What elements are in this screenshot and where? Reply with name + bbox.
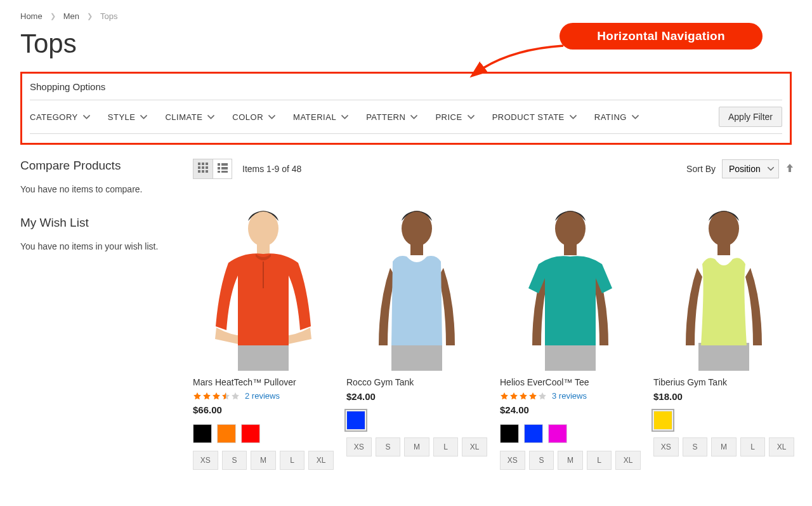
- size-button[interactable]: M: [558, 451, 583, 470]
- shopping-options-panel: Shopping Options CATEGORYSTYLECLIMATECOL…: [20, 72, 792, 145]
- sort-by-select[interactable]: Position: [722, 159, 779, 178]
- filter-material[interactable]: MATERIAL: [293, 112, 348, 122]
- sort-direction-button[interactable]: [785, 163, 794, 175]
- grid-view-button[interactable]: [193, 159, 213, 178]
- size-button[interactable]: M: [404, 437, 429, 456]
- product-price: $24.00: [346, 391, 487, 402]
- breadcrumb-current: Tops: [100, 11, 117, 21]
- svg-rect-0: [198, 163, 200, 165]
- color-swatch[interactable]: [653, 411, 672, 430]
- product-image[interactable]: [193, 193, 334, 371]
- annotation-callout-label: Horizontal Navigation: [597, 29, 725, 43]
- size-button[interactable]: XL: [462, 437, 487, 456]
- sort-by-label: Sort By: [686, 164, 716, 174]
- color-swatch[interactable]: [524, 424, 543, 443]
- product-image[interactable]: [653, 193, 794, 371]
- color-swatch[interactable]: [241, 424, 260, 443]
- svg-rect-26: [698, 343, 749, 371]
- svg-rect-16: [257, 244, 270, 255]
- filter-pattern[interactable]: PATTERN: [366, 112, 417, 122]
- product-price: $66.00: [193, 404, 334, 415]
- breadcrumb-link-men[interactable]: Men: [63, 11, 79, 21]
- apply-filter-button[interactable]: Apply Filter: [719, 107, 782, 127]
- size-button[interactable]: L: [587, 451, 612, 470]
- filter-rating[interactable]: RATING: [594, 112, 639, 122]
- svg-rect-1: [202, 163, 204, 165]
- filter-row: CATEGORYSTYLECLIMATECOLORMATERIALPATTERN…: [30, 100, 782, 134]
- product-image[interactable]: [500, 193, 641, 371]
- grid-icon: [198, 163, 208, 175]
- svg-point-24: [709, 211, 739, 246]
- chevron-down-icon: [468, 115, 475, 119]
- size-button[interactable]: S: [376, 437, 401, 456]
- list-icon: [218, 163, 228, 175]
- svg-rect-22: [564, 244, 577, 255]
- size-options: XSSMLXL: [653, 437, 794, 456]
- filter-style[interactable]: STYLE: [108, 112, 148, 122]
- filter-color[interactable]: COLOR: [232, 112, 275, 122]
- size-button[interactable]: L: [433, 437, 459, 456]
- product-card: Tiberius Gym Tank$18.00XSSMLXL: [653, 193, 794, 470]
- size-button[interactable]: S: [683, 437, 708, 456]
- list-view-button[interactable]: [213, 159, 232, 178]
- color-swatch[interactable]: [548, 424, 567, 443]
- product-grid: Mars HeatTech™ Pullover2 reviews$66.00XS…: [193, 193, 794, 470]
- filter-product-state[interactable]: PRODUCT STATE: [492, 112, 577, 122]
- size-button[interactable]: XS: [346, 437, 372, 456]
- toolbar: Items 1-9 of 48 Sort By Position: [193, 159, 794, 179]
- view-mode-switcher: [193, 159, 232, 179]
- size-button[interactable]: XL: [308, 451, 334, 470]
- size-button[interactable]: XL: [615, 451, 641, 470]
- breadcrumb-link-home[interactable]: Home: [20, 11, 43, 21]
- size-button[interactable]: XS: [193, 451, 218, 470]
- size-button[interactable]: M: [251, 451, 276, 470]
- color-swatch[interactable]: [193, 424, 212, 443]
- svg-rect-11: [218, 167, 220, 170]
- size-button[interactable]: XL: [769, 437, 794, 456]
- size-button[interactable]: L: [740, 437, 766, 456]
- chevron-down-icon: [410, 115, 417, 119]
- wishlist-empty: You have no items in your wish list.: [20, 241, 173, 251]
- reviews-link[interactable]: 2 reviews: [245, 391, 280, 401]
- annotation-arrow: [468, 43, 570, 81]
- filter-price[interactable]: PRICE: [435, 112, 474, 122]
- chevron-down-icon: [341, 115, 348, 119]
- product-price: $18.00: [653, 391, 794, 402]
- svg-point-15: [248, 211, 278, 246]
- color-swatch[interactable]: [346, 411, 365, 430]
- color-swatch[interactable]: [217, 424, 236, 443]
- product-name[interactable]: Helios EverCool™ Tee: [500, 377, 641, 387]
- size-button[interactable]: XS: [500, 451, 525, 470]
- filter-category[interactable]: CATEGORY: [30, 112, 90, 122]
- product-name[interactable]: Mars HeatTech™ Pullover: [193, 377, 334, 387]
- chevron-right-icon: ❯: [50, 12, 56, 20]
- rating-row: 3 reviews: [500, 391, 641, 401]
- svg-rect-4: [202, 166, 204, 169]
- svg-rect-10: [221, 163, 228, 166]
- product-name[interactable]: Tiberius Gym Tank: [653, 377, 794, 387]
- compare-products-heading: Compare Products: [20, 159, 173, 173]
- size-button[interactable]: S: [222, 451, 247, 470]
- product-name[interactable]: Rocco Gym Tank: [346, 377, 487, 387]
- filter-label: CLIMATE: [165, 112, 202, 122]
- wishlist-heading: My Wish List: [20, 216, 173, 230]
- size-button[interactable]: S: [529, 451, 554, 470]
- size-button[interactable]: XS: [653, 437, 679, 456]
- size-button[interactable]: M: [711, 437, 737, 456]
- reviews-link[interactable]: 3 reviews: [552, 391, 587, 401]
- svg-rect-17: [238, 343, 289, 371]
- product-image[interactable]: [346, 193, 487, 371]
- svg-point-18: [402, 211, 432, 246]
- results-count: Items 1-9 of 48: [242, 164, 301, 174]
- filter-climate[interactable]: CLIMATE: [165, 112, 214, 122]
- color-swatch[interactable]: [500, 424, 519, 443]
- color-swatches: [193, 424, 334, 443]
- chevron-down-icon: [570, 115, 577, 119]
- chevron-right-icon: ❯: [87, 12, 93, 20]
- size-options: XSSMLXL: [193, 451, 334, 470]
- product-card: Helios EverCool™ Tee3 reviews$24.00XSSML…: [500, 193, 641, 470]
- filter-label: PRICE: [435, 112, 462, 122]
- svg-rect-20: [391, 343, 442, 371]
- size-button[interactable]: L: [280, 451, 305, 470]
- svg-rect-6: [198, 170, 200, 173]
